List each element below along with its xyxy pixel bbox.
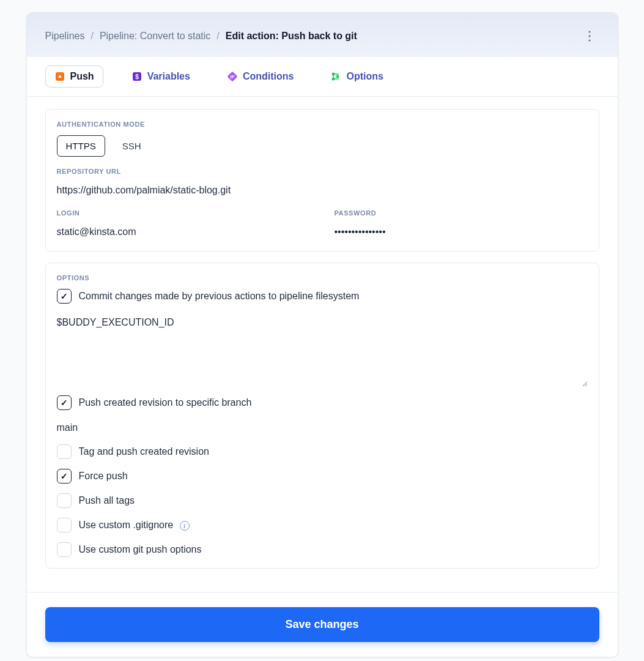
breadcrumb-separator: / — [217, 31, 219, 42]
push-all-tags-checkbox[interactable] — [57, 493, 72, 508]
breadcrumb-separator: / — [91, 31, 93, 42]
commit-changes-checkbox[interactable] — [57, 289, 72, 304]
options-label: Options — [57, 274, 588, 282]
tab-label: Push — [70, 71, 94, 82]
more-vertical-icon — [588, 31, 591, 42]
force-push-checkbox[interactable] — [57, 469, 72, 484]
more-menu-button[interactable] — [580, 26, 599, 46]
custom-push-options-label: Use custom git push options — [79, 544, 202, 555]
commit-changes-label: Commit changes made by previous actions … — [79, 291, 360, 302]
svg-point-2 — [588, 39, 590, 41]
auth-ssh-button[interactable]: SSH — [114, 136, 150, 156]
tab-label: Variables — [147, 71, 190, 82]
svg-point-9 — [336, 75, 339, 78]
repo-url-input[interactable]: https://github.com/palmiak/static-blog.g… — [57, 182, 588, 198]
push-branch-label: Push created revision to specific branch — [79, 397, 252, 408]
svg-point-0 — [588, 31, 590, 32]
info-icon[interactable]: i — [180, 521, 190, 531]
svg-point-10 — [332, 78, 335, 81]
force-push-label: Force push — [79, 471, 128, 482]
tag-push-label: Tag and push created revision — [79, 446, 209, 457]
save-button[interactable]: Save changes — [45, 607, 599, 642]
tab-label: Conditions — [243, 71, 294, 82]
tab-label: Options — [346, 71, 383, 82]
svg-point-1 — [588, 35, 590, 37]
commit-message-textarea[interactable] — [57, 313, 588, 387]
svg-point-8 — [332, 73, 335, 76]
tab-options[interactable]: Options — [322, 66, 391, 87]
tag-push-checkbox[interactable] — [57, 444, 72, 459]
svg-text:$: $ — [135, 73, 139, 80]
content: Authentication Mode HTTPS SSH Repository… — [27, 97, 618, 592]
push-icon — [54, 71, 65, 82]
push-branch-checkbox[interactable] — [57, 395, 72, 410]
auth-mode-toggle: HTTPS SSH — [57, 135, 588, 157]
options-icon — [330, 71, 341, 82]
auth-https-button[interactable]: HTTPS — [57, 135, 105, 157]
push-all-tags-label: Push all tags — [79, 495, 135, 506]
login-label: Login — [57, 209, 310, 217]
custom-gitignore-label: Use custom .gitignore i — [79, 520, 190, 531]
custom-push-options-checkbox[interactable] — [57, 542, 72, 557]
tab-push[interactable]: Push — [45, 65, 103, 88]
svg-text:IF: IF — [230, 74, 234, 80]
repo-url-label: Repository URL — [57, 168, 588, 175]
auth-mode-label: Authentication Mode — [57, 121, 588, 128]
tab-variables[interactable]: $ Variables — [123, 66, 199, 87]
breadcrumb-pipeline[interactable]: Pipeline: Convert to static — [100, 31, 210, 42]
login-input[interactable]: static@kinsta.com — [57, 224, 310, 240]
header: Pipelines / Pipeline: Convert to static … — [27, 13, 618, 57]
password-label: Password — [335, 209, 588, 217]
conditions-icon: IF — [227, 71, 238, 82]
breadcrumb-current: Edit action: Push back to git — [226, 31, 357, 42]
breadcrumb-pipelines[interactable]: Pipelines — [45, 31, 85, 42]
auth-section: Authentication Mode HTTPS SSH Repository… — [45, 109, 599, 252]
variables-icon: $ — [131, 71, 142, 82]
breadcrumb: Pipelines / Pipeline: Convert to static … — [45, 31, 357, 42]
branch-input[interactable]: main — [57, 420, 588, 436]
options-section: Options Commit changes made by previous … — [45, 263, 599, 569]
footer: Save changes — [27, 592, 618, 657]
tab-conditions[interactable]: IF Conditions — [218, 66, 303, 87]
custom-gitignore-checkbox[interactable] — [57, 518, 72, 532]
password-input[interactable]: ••••••••••••••• — [335, 224, 588, 240]
tabs: Push $ Variables IF Conditions Options — [27, 57, 618, 97]
